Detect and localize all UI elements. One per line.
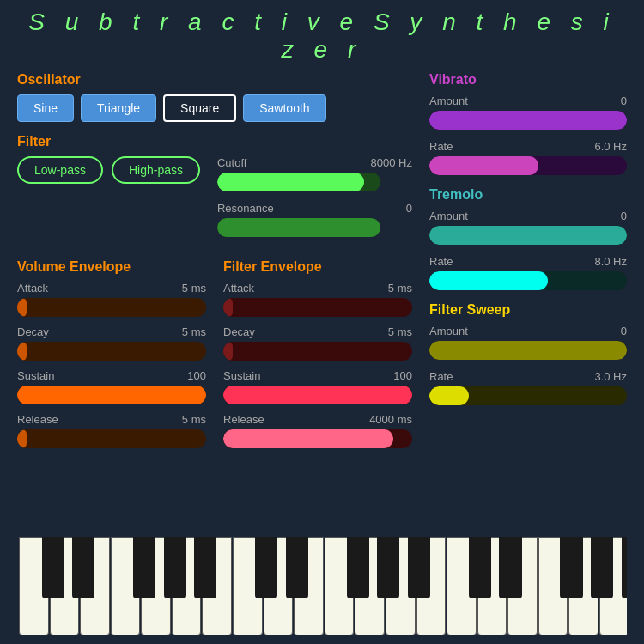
white-key-17[interactable]: [507, 537, 538, 635]
sweep-rate-track[interactable]: [429, 386, 627, 405]
oscillator-section: Oscillator Sine Triangle Square Sawtooth: [17, 72, 412, 122]
resonance-label-row: Resonance 0: [217, 202, 412, 215]
sweep-amount-fill: [429, 341, 627, 360]
filter-section: Filter Low-pass High-pass Cutoff: [17, 134, 412, 247]
sweep-rate-row: Rate 3.0 Hz: [429, 370, 627, 405]
white-key-7[interactable]: [202, 537, 232, 635]
resonance-fill: [217, 218, 380, 237]
cutoff-value: 8000 Hz: [371, 156, 412, 169]
white-key-4[interactable]: [111, 537, 141, 635]
keyboard-section: [17, 537, 627, 635]
vol-attack-label: Attack: [17, 282, 48, 295]
resonance-value: 0: [406, 202, 412, 215]
filter-envelope-section: Filter Envelope Attack 5 ms: [223, 259, 412, 457]
sweep-amount-label: Amount: [429, 325, 468, 337]
tremolo-amount-label: Amount: [429, 210, 468, 222]
white-key-13[interactable]: [386, 537, 416, 635]
filter-env-title: Filter Envelope: [223, 259, 412, 275]
white-key-16[interactable]: [477, 537, 507, 635]
volume-envelope-section: Volume Envelope Attack 5 ms: [17, 259, 206, 457]
tremolo-amount-track[interactable]: [429, 226, 627, 245]
piano-keyboard[interactable]: [17, 537, 627, 635]
fe-decay-track[interactable]: [223, 342, 412, 361]
white-key-3[interactable]: [80, 537, 110, 635]
white-key-10[interactable]: [294, 537, 324, 635]
white-key-9[interactable]: [264, 537, 294, 635]
vibrato-rate-track[interactable]: [429, 156, 627, 175]
vol-release-label: Release: [17, 413, 58, 426]
app-container: S u b t r a c t i v e S y n t h e s i z …: [0, 0, 644, 644]
white-key-19[interactable]: [568, 537, 598, 635]
vibrato-rate-label: Rate: [429, 140, 453, 153]
filter-title: Filter: [17, 134, 412, 149]
vol-release-track[interactable]: [17, 429, 206, 448]
filter-buttons-group: Low-pass High-pass: [17, 156, 200, 191]
vol-sustain-label: Sustain: [17, 369, 54, 382]
osc-sine-button[interactable]: Sine: [17, 94, 74, 122]
filter-controls: Cutoff 8000 Hz Resonance 0: [217, 156, 412, 247]
oscillator-buttons: Sine Triangle Square Sawtooth: [17, 94, 412, 122]
fe-sustain-fill: [223, 386, 412, 404]
vol-sustain-track[interactable]: [17, 386, 206, 404]
white-key-6[interactable]: [172, 537, 202, 635]
vibrato-rate-row: Rate 6.0 Hz: [429, 140, 627, 175]
vibrato-rate-fill: [429, 156, 538, 175]
resonance-label: Resonance: [217, 202, 274, 215]
vibrato-amount-track[interactable]: [429, 111, 627, 130]
cutoff-label-row: Cutoff 8000 Hz: [217, 156, 412, 169]
fe-release-label: Release: [223, 413, 264, 426]
envelope-row: Volume Envelope Attack 5 ms: [17, 259, 412, 457]
vibrato-amount-value: 0: [621, 94, 627, 107]
lowpass-button[interactable]: Low-pass: [17, 156, 103, 184]
fe-release-value: 4000 ms: [369, 413, 412, 426]
tremolo-rate-track[interactable]: [429, 271, 627, 290]
fe-sustain-track[interactable]: [223, 386, 412, 404]
white-key-15[interactable]: [447, 537, 477, 635]
left-column: Oscillator Sine Triangle Square Sawtooth…: [17, 72, 412, 465]
fe-decay-value: 5 ms: [388, 325, 412, 338]
fe-attack-row: Attack 5 ms: [223, 282, 412, 317]
osc-triangle-button[interactable]: Triangle: [81, 94, 156, 122]
white-key-20[interactable]: [599, 537, 627, 635]
white-key-11[interactable]: [325, 537, 355, 635]
vol-decay-track[interactable]: [17, 342, 206, 361]
vol-release-value: 5 ms: [182, 413, 206, 426]
white-key-14[interactable]: [416, 537, 447, 635]
resonance-slider-row: Resonance 0: [217, 202, 412, 237]
fe-attack-track[interactable]: [223, 298, 412, 317]
fe-release-row: Release 4000 ms: [223, 413, 412, 448]
fe-sustain-value: 100: [393, 369, 412, 382]
osc-square-button[interactable]: Square: [163, 94, 236, 122]
white-key-1[interactable]: [19, 537, 49, 635]
sweep-amount-track[interactable]: [429, 341, 627, 360]
osc-sawtooth-button[interactable]: Sawtooth: [243, 94, 325, 122]
vol-attack-value: 5 ms: [182, 282, 206, 295]
oscillator-title: Oscillator: [17, 72, 412, 88]
fe-sustain-row: Sustain 100: [223, 369, 412, 404]
vibrato-amount-fill: [429, 111, 627, 130]
filter-sweep-section: Filter Sweep Amount 0 Rate 3.0 Hz: [429, 302, 627, 405]
white-key-8[interactable]: [233, 537, 263, 635]
app-title: S u b t r a c t i v e S y n t h e s i z …: [17, 9, 627, 64]
sweep-amount-value: 0: [621, 325, 627, 337]
tremolo-rate-row: Rate 8.0 Hz: [429, 255, 627, 290]
fe-release-track[interactable]: [223, 429, 412, 448]
vibrato-rate-value: 6.0 Hz: [594, 140, 627, 153]
vol-attack-row: Attack 5 ms: [17, 282, 206, 317]
vol-sustain-fill: [17, 386, 206, 404]
highpass-button[interactable]: High-pass: [112, 156, 200, 184]
white-key-12[interactable]: [355, 537, 385, 635]
vol-sustain-row: Sustain 100: [17, 369, 206, 404]
white-key-2[interactable]: [50, 537, 80, 635]
vol-attack-track[interactable]: [17, 298, 206, 317]
cutoff-track[interactable]: [217, 173, 380, 191]
resonance-track[interactable]: [217, 218, 380, 237]
white-key-18[interactable]: [538, 537, 568, 635]
vol-attack-fill: [17, 298, 27, 317]
right-column: Vibrato Amount 0 Rate 6.0 Hz: [429, 72, 627, 465]
filter-sweep-title: Filter Sweep: [429, 302, 627, 318]
white-key-5[interactable]: [141, 537, 171, 635]
cutoff-label: Cutoff: [217, 156, 246, 169]
vibrato-section: Vibrato Amount 0 Rate 6.0 Hz: [429, 72, 627, 175]
sweep-rate-label: Rate: [429, 370, 453, 383]
